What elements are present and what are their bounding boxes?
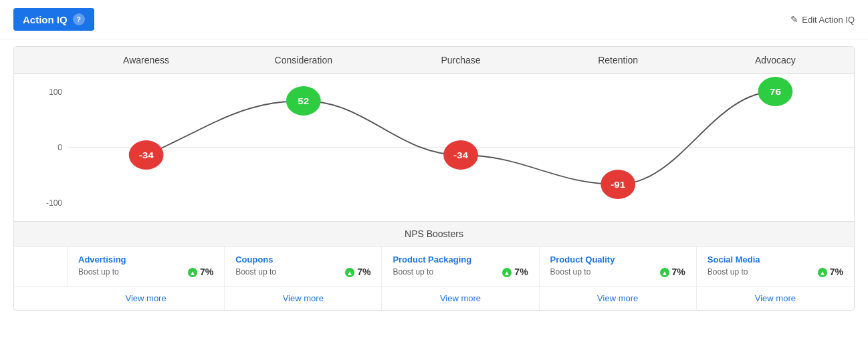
booster-social-media: Social Media Boost up to ▲ 7% — [697, 246, 854, 286]
chart-container: Awareness Consideration Purchase Retenti… — [13, 46, 855, 311]
stages-header: Awareness Consideration Purchase Retenti… — [14, 47, 854, 74]
booster-percent-product-packaging: ▲ 7% — [502, 266, 528, 278]
booster-row-coupons: Boost up to ▲ 7% — [235, 266, 370, 278]
svg-text:76: 76 — [770, 87, 781, 97]
up-arrow-product-packaging: ▲ — [502, 266, 512, 278]
view-more-retention[interactable]: View more — [540, 287, 697, 310]
edit-action-iq-link[interactable]: ✎ Edit Action IQ — [790, 14, 855, 25]
booster-name-social-media: Social Media — [708, 255, 843, 265]
main-content: Awareness Consideration Purchase Retenti… — [0, 39, 868, 311]
app-header: Action IQ ? ✎ Edit Action IQ — [0, 0, 868, 39]
boosters-header: NPS Boosters — [14, 221, 854, 246]
stage-consideration: Consideration — [225, 47, 382, 73]
booster-product-packaging: Product Packaging Boost up to ▲ 7% — [382, 246, 539, 286]
view-more-link-awareness[interactable]: View more — [126, 293, 167, 303]
booster-percent-product-quality: ▲ 7% — [660, 266, 685, 278]
booster-pct-advertising: 7% — [200, 267, 213, 277]
view-more-link-retention[interactable]: View more — [597, 293, 638, 303]
booster-row-product-packaging: Boost up to ▲ 7% — [393, 266, 528, 278]
booster-row-advertising: Boost up to ▲ 7% — [78, 266, 213, 278]
svg-text:-91: -91 — [611, 180, 625, 190]
up-arrow-product-quality: ▲ — [660, 266, 669, 278]
view-more-awareness[interactable]: View more — [68, 287, 225, 310]
y-top: 100 — [49, 88, 62, 97]
stage-retention: Retention — [540, 47, 697, 73]
booster-pct-coupons: 7% — [357, 267, 370, 277]
view-more-empty — [14, 287, 68, 310]
app-title-button[interactable]: Action IQ ? — [13, 8, 94, 31]
svg-text:▲: ▲ — [504, 269, 510, 277]
booster-label-coupons: Boost up to — [235, 267, 276, 277]
view-more-link-consideration[interactable]: View more — [283, 293, 324, 303]
booster-pct-product-packaging: 7% — [514, 267, 528, 277]
booster-name-coupons: Coupons — [235, 255, 370, 265]
edit-icon: ✎ — [790, 14, 798, 25]
boosters-grid: Advertising Boost up to ▲ 7% Coupons Boo… — [14, 246, 854, 286]
booster-product-quality: Product Quality Boost up to ▲ 7% — [540, 246, 697, 286]
up-arrow-social-media: ▲ — [818, 266, 827, 278]
svg-text:▲: ▲ — [819, 269, 826, 277]
view-more-purchase[interactable]: View more — [382, 287, 539, 310]
up-arrow-advertising: ▲ — [188, 266, 197, 278]
booster-label-product-quality: Boost up to — [550, 267, 591, 277]
svg-text:-34: -34 — [453, 150, 468, 160]
booster-row-product-quality: Boost up to ▲ 7% — [550, 266, 685, 278]
booster-percent-social-media: ▲ 7% — [818, 266, 843, 278]
stage-awareness: Awareness — [68, 47, 225, 73]
up-arrow-coupons: ▲ — [345, 266, 354, 278]
booster-name-product-packaging: Product Packaging — [393, 255, 528, 265]
y-axis: 100 0 -100 — [14, 74, 68, 221]
view-more-advocacy[interactable]: View more — [697, 287, 854, 310]
booster-percent-coupons: ▲ 7% — [345, 266, 370, 278]
svg-text:▲: ▲ — [661, 269, 668, 277]
booster-empty-cell — [14, 246, 68, 286]
booster-pct-social-media: 7% — [830, 267, 843, 277]
booster-advertising: Advertising Boost up to ▲ 7% — [68, 246, 225, 286]
booster-label-advertising: Boost up to — [78, 267, 119, 277]
svg-text:-34: -34 — [139, 150, 154, 160]
y-mid: 0 — [58, 143, 62, 152]
chart-area: 100 0 -100 -34 52 — [14, 74, 854, 221]
stage-purchase: Purchase — [382, 47, 539, 73]
booster-label-product-packaging: Boost up to — [393, 267, 433, 277]
svg-text:▲: ▲ — [346, 269, 353, 277]
boosters-title: NPS Boosters — [405, 228, 463, 239]
view-more-link-advocacy[interactable]: View more — [755, 293, 796, 303]
booster-pct-product-quality: 7% — [672, 267, 685, 277]
svg-text:▲: ▲ — [189, 269, 196, 277]
booster-name-advertising: Advertising — [78, 255, 213, 265]
app-title-label: Action IQ — [23, 14, 68, 25]
view-more-row: View more View more View more View more … — [14, 286, 854, 310]
booster-coupons: Coupons Boost up to ▲ 7% — [225, 246, 382, 286]
y-bottom: -100 — [46, 198, 62, 208]
line-chart: -34 52 -34 -91 76 — [68, 74, 854, 221]
booster-name-product-quality: Product Quality — [550, 255, 685, 265]
help-icon[interactable]: ? — [73, 13, 85, 25]
booster-label-social-media: Boost up to — [708, 267, 748, 277]
booster-percent-advertising: ▲ 7% — [188, 266, 213, 278]
svg-text:52: 52 — [298, 96, 309, 106]
view-more-link-purchase[interactable]: View more — [440, 293, 481, 303]
view-more-consideration[interactable]: View more — [225, 287, 382, 310]
edit-label: Edit Action IQ — [802, 15, 855, 25]
axis-label-empty — [14, 47, 68, 73]
booster-row-social-media: Boost up to ▲ 7% — [708, 266, 843, 278]
stage-advocacy: Advocacy — [697, 47, 854, 73]
